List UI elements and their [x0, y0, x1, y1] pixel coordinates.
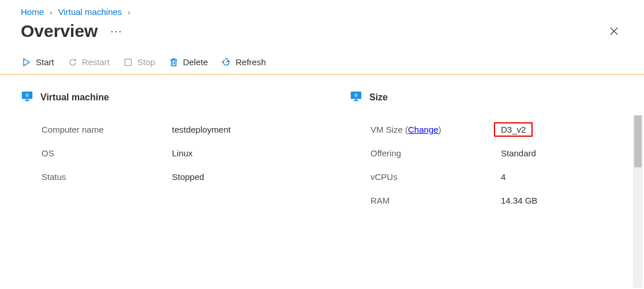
- restart-label: Restart: [82, 57, 110, 67]
- ram-label: RAM: [370, 196, 501, 205]
- status-value: Stopped: [172, 172, 204, 182]
- vm-size-highlight: D3_v2: [494, 122, 533, 137]
- delete-label: Delete: [183, 57, 208, 67]
- svg-rect-0: [125, 59, 132, 65]
- stop-label: Stop: [137, 57, 155, 67]
- kv-computer-name: Computer name testdeployment: [42, 118, 327, 141]
- computer-name-label: Computer name: [42, 125, 172, 134]
- computer-name-value: testdeployment: [172, 125, 231, 134]
- os-value: Linux: [172, 148, 193, 158]
- restart-icon: [68, 58, 77, 67]
- breadcrumb: Home › Virtual machines ›: [0, 0, 644, 17]
- vm-size-value: D3_v2: [501, 125, 526, 134]
- trash-icon: [169, 58, 178, 67]
- refresh-label: Refresh: [235, 57, 266, 67]
- breadcrumb-home[interactable]: Home: [21, 7, 44, 17]
- vm-size-label: VM Size (Change): [370, 125, 501, 134]
- offering-value: Standard: [501, 148, 536, 158]
- vm-icon: [350, 90, 362, 105]
- offering-label: Offering: [370, 148, 501, 158]
- scrollbar-thumb[interactable]: [634, 115, 642, 167]
- svg-rect-6: [355, 99, 357, 101]
- play-icon: [22, 58, 31, 67]
- status-label: Status: [42, 172, 172, 182]
- refresh-button[interactable]: Refresh: [222, 57, 266, 67]
- ram-value: 14.34 GB: [501, 196, 537, 205]
- chevron-right-icon: ›: [50, 8, 52, 17]
- os-label: OS: [42, 148, 172, 158]
- more-menu-button[interactable]: ···: [110, 25, 122, 37]
- delete-button[interactable]: Delete: [169, 57, 208, 67]
- size-section-title: Size: [369, 92, 388, 103]
- vm-section-title: Virtual machine: [40, 92, 109, 103]
- vcpus-value: 4: [501, 172, 506, 182]
- close-button[interactable]: [605, 22, 623, 40]
- change-size-link[interactable]: Change: [408, 125, 439, 134]
- kv-os: OS Linux: [42, 141, 327, 165]
- virtual-machine-section: Virtual machine Computer name testdeploy…: [21, 90, 327, 212]
- chevron-right-icon: ›: [128, 8, 130, 17]
- kv-status: Status Stopped: [42, 165, 327, 189]
- kv-vcpus: vCPUs 4: [370, 165, 644, 189]
- stop-button: Stop: [123, 57, 155, 67]
- breadcrumb-vms[interactable]: Virtual machines: [58, 7, 122, 17]
- start-button[interactable]: Start: [22, 57, 54, 67]
- svg-rect-3: [27, 99, 28, 101]
- start-label: Start: [36, 57, 54, 67]
- kv-vm-size: VM Size (Change) D3_v2: [370, 118, 644, 141]
- kv-ram: RAM 14.34 GB: [370, 189, 644, 212]
- kv-offering: Offering Standard: [370, 141, 644, 165]
- vcpus-label: vCPUs: [370, 172, 501, 182]
- restart-button: Restart: [68, 57, 110, 67]
- command-bar: Start Restart Stop Delete Refresh: [0, 49, 644, 75]
- vm-icon: [21, 90, 33, 105]
- close-icon: [609, 27, 619, 36]
- size-section: Size VM Size (Change) D3_v2 Offering Sta…: [350, 90, 644, 212]
- stop-icon: [123, 58, 133, 67]
- page-title: Overview: [21, 21, 98, 41]
- refresh-icon: [222, 58, 231, 67]
- vertical-scrollbar[interactable]: [633, 115, 643, 288]
